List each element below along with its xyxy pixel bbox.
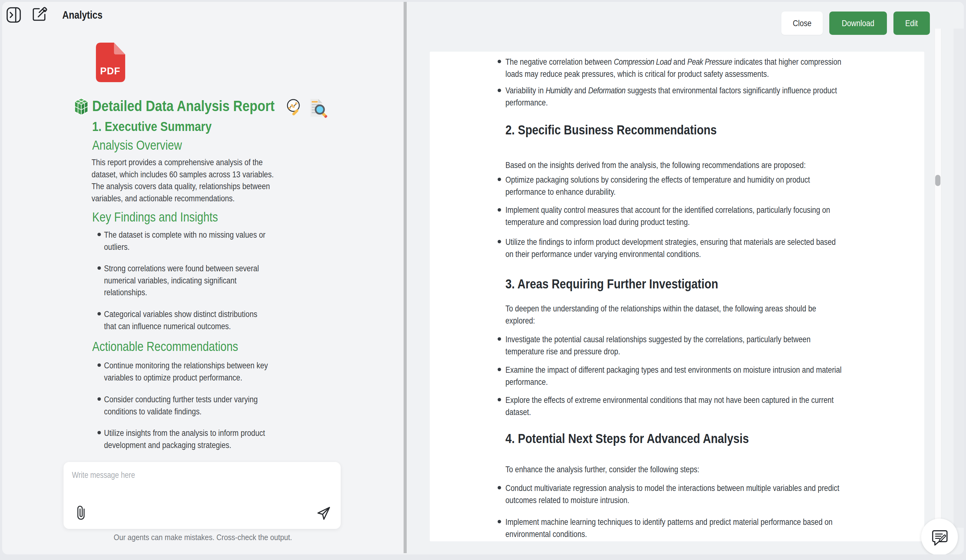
svg-text:PDF: PDF — [100, 65, 120, 77]
